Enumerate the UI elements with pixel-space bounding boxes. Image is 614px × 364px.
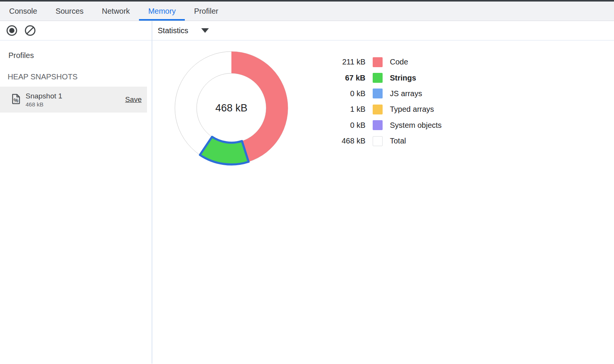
tab-label: Sources: [55, 7, 83, 16]
snapshot-name: Snapshot 1: [26, 92, 62, 100]
statistics-chart-area: 468 kB 211 kB Code 67 kB Strings 0 kB: [152, 40, 614, 364]
memory-view-panel: Statistics 468 kB 211 kB Code 67 kB Stri…: [152, 21, 614, 364]
legend-swatch: [373, 89, 383, 98]
tab-label: Memory: [148, 7, 176, 16]
legend-value: 0 kB: [323, 89, 365, 98]
donut-chart: 468 kB: [172, 49, 291, 167]
legend-row-system-objects[interactable]: 0 kB System objects: [323, 118, 442, 133]
block-icon: [24, 25, 36, 36]
legend-swatch: [373, 120, 383, 130]
svg-text:%: %: [14, 97, 19, 103]
legend-label: JS arrays: [390, 89, 422, 98]
tab-profiler[interactable]: Profiler: [185, 2, 227, 21]
record-icon: [6, 25, 18, 36]
profiles-sidebar: Profiles HEAP SNAPSHOTS % Snapshot 1 468…: [0, 21, 152, 364]
legend-swatch: [373, 73, 383, 83]
legend-label: Strings: [390, 74, 416, 82]
tab-memory[interactable]: Memory: [139, 2, 185, 21]
legend-value: 211 kB: [323, 58, 365, 66]
chart-legend: 211 kB Code 67 kB Strings 0 kB JS arrays…: [323, 54, 442, 149]
legend-value: 1 kB: [323, 105, 365, 114]
profiles-heading: Profiles: [8, 51, 152, 60]
legend-row-code[interactable]: 211 kB Code: [323, 54, 442, 70]
legend-row-total[interactable]: 468 kB Total: [323, 133, 442, 149]
view-toolbar: Statistics: [152, 21, 614, 40]
tab-sources[interactable]: Sources: [46, 2, 92, 21]
triangle-down-icon: [201, 28, 209, 33]
legend-label: System objects: [390, 121, 442, 130]
legend-row-strings[interactable]: 67 kB Strings: [323, 70, 442, 85]
legend-swatch: [373, 136, 383, 146]
tab-console[interactable]: Console: [0, 2, 46, 21]
perspective-select-label: Statistics: [158, 26, 188, 35]
legend-value: 0 kB: [323, 121, 365, 130]
profiles-toolbar: [0, 21, 152, 40]
tab-network[interactable]: Network: [93, 2, 139, 21]
legend-swatch: [373, 57, 383, 67]
legend-row-typed-arrays[interactable]: 1 kB Typed arrays: [323, 101, 442, 117]
donut-center-label: 468 kB: [215, 102, 247, 114]
sidebar-item-snapshot-1[interactable]: % Snapshot 1 468 kB Save: [0, 87, 147, 113]
tab-label: Network: [102, 7, 130, 16]
save-snapshot-link[interactable]: Save: [125, 95, 142, 104]
record-heap-snapshot-button[interactable]: [6, 25, 18, 36]
legend-label: Total: [390, 137, 406, 145]
legend-row-js-arrays[interactable]: 0 kB JS arrays: [323, 86, 442, 101]
snapshot-text: Snapshot 1 468 kB: [26, 92, 62, 108]
perspective-select[interactable]: Statistics: [158, 26, 209, 35]
tab-bar: Console Sources Network Memory Profiler: [0, 2, 614, 21]
clear-profiles-button[interactable]: [24, 25, 36, 36]
legend-label: Code: [390, 58, 408, 66]
heap-snapshots-section-heading: HEAP SNAPSHOTS: [8, 72, 152, 81]
tab-label: Console: [9, 7, 37, 16]
document-percent-icon: %: [11, 93, 21, 106]
legend-label: Typed arrays: [390, 105, 434, 114]
snapshot-size: 468 kB: [26, 101, 62, 108]
donut-slice-strings[interactable]: [200, 137, 249, 164]
legend-value: 67 kB: [323, 74, 365, 82]
main-content: Profiles HEAP SNAPSHOTS % Snapshot 1 468…: [0, 21, 614, 364]
legend-value: 468 kB: [323, 137, 365, 145]
tab-label: Profiler: [194, 7, 218, 16]
legend-swatch: [373, 105, 383, 114]
